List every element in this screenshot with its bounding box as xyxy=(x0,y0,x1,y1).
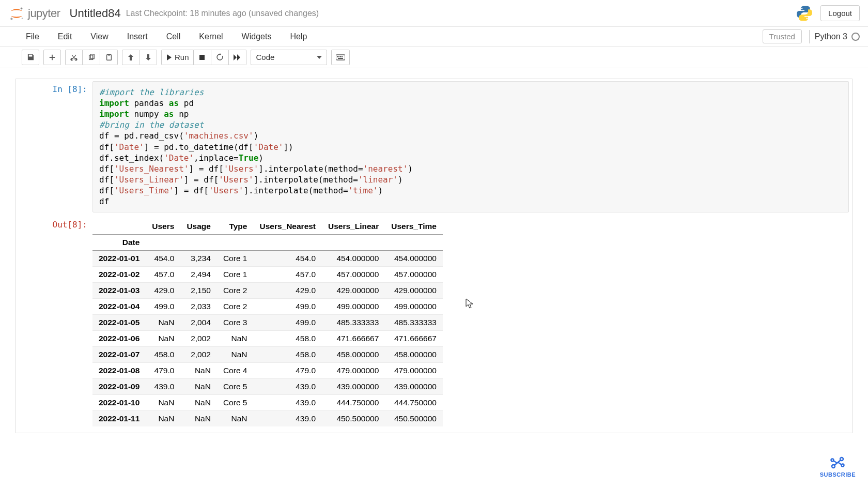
cell-value: Core 1 xyxy=(217,251,254,267)
code-input[interactable]: #import the libraries import pandas as p… xyxy=(92,81,849,212)
cell-value: 3,234 xyxy=(180,251,217,267)
row-index: 2022-01-09 xyxy=(92,379,146,395)
cell-value: NaN xyxy=(180,363,217,379)
svg-rect-10 xyxy=(336,55,345,60)
table-row: 2022-01-03429.02,150Core 2429.0429.00000… xyxy=(92,283,443,299)
table-row: 2022-01-07458.02,002NaN458.0458.00000045… xyxy=(92,347,443,363)
kernel-name[interactable]: Python 3 xyxy=(815,32,847,41)
output-prompt: Out[8]: xyxy=(16,215,92,433)
logout-button[interactable]: Logout xyxy=(820,5,860,21)
menu-kernel[interactable]: Kernel xyxy=(199,29,232,44)
cell-value: 2,004 xyxy=(180,315,217,331)
trusted-indicator[interactable]: Trusted xyxy=(763,29,802,43)
menu-help[interactable]: Help xyxy=(290,29,316,44)
cell-value: 2,150 xyxy=(180,283,217,299)
row-index: 2022-01-08 xyxy=(92,363,146,379)
cell-value: 429.000000 xyxy=(385,283,443,299)
cell-value: NaN xyxy=(180,379,217,395)
restart-run-all-button[interactable] xyxy=(229,50,246,65)
table-row: 2022-01-05NaN2,004Core 3499.0485.3333334… xyxy=(92,315,443,331)
command-palette-button[interactable] xyxy=(331,50,350,65)
svg-rect-12 xyxy=(338,56,339,57)
cell-value: 2,033 xyxy=(180,299,217,315)
jupyter-logo-text: jupyter xyxy=(28,7,60,20)
row-index: 2022-01-05 xyxy=(92,315,146,331)
row-index: 2022-01-10 xyxy=(92,395,146,411)
cut-button[interactable] xyxy=(65,50,83,65)
cell-value: 439.0 xyxy=(253,395,322,411)
cell-value: 499.000000 xyxy=(385,299,443,315)
cell-value: 429.0 xyxy=(146,283,180,299)
cell-value: 499.0 xyxy=(253,315,322,331)
cell-value: Core 2 xyxy=(217,299,254,315)
save-button[interactable] xyxy=(22,50,39,65)
cell-value: 471.666667 xyxy=(385,331,443,347)
cell-value: 2,494 xyxy=(180,267,217,283)
cell-value: 479.000000 xyxy=(385,363,443,379)
cell-value: 479.0 xyxy=(253,363,322,379)
cell-value: 454.0 xyxy=(146,251,180,267)
cell-value: 479.0 xyxy=(146,363,180,379)
cell-value: 450.500000 xyxy=(385,411,443,427)
output-area: UsersUsageTypeUsers_NearestUsers_LinearU… xyxy=(92,215,852,433)
paste-button[interactable] xyxy=(100,50,118,65)
menu-file[interactable]: File xyxy=(26,29,49,44)
cell-value: 454.000000 xyxy=(385,251,443,267)
cell-value: 499.0 xyxy=(146,299,180,315)
cell-value: 457.000000 xyxy=(385,267,443,283)
table-row: 2022-01-11NaNNaNNaN439.0450.500000450.50… xyxy=(92,411,443,427)
cell-value: 429.000000 xyxy=(322,283,385,299)
cell-value: 479.000000 xyxy=(322,363,385,379)
cell-value: 457.0 xyxy=(253,267,322,283)
menu-widgets[interactable]: Widgets xyxy=(242,29,281,44)
interrupt-button[interactable] xyxy=(194,50,211,65)
menu-cell[interactable]: Cell xyxy=(166,29,190,44)
table-row: 2022-01-01454.03,234Core 1454.0454.00000… xyxy=(92,251,443,267)
svg-rect-13 xyxy=(340,56,341,57)
cell-value: Core 5 xyxy=(217,379,254,395)
svg-rect-9 xyxy=(199,55,205,60)
cell-value: 2,002 xyxy=(180,331,217,347)
cell-value: NaN xyxy=(146,395,180,411)
col-header: Users xyxy=(146,219,180,235)
checkpoint-status: Last Checkpoint: 18 minutes ago (unsaved… xyxy=(126,9,319,18)
col-header: Users_Nearest xyxy=(253,219,322,235)
toolbar: Run CodeMarkdownRaw NBConvertHeading xyxy=(0,47,868,68)
cell-value: 471.666667 xyxy=(322,331,385,347)
svg-rect-14 xyxy=(342,56,343,57)
table-row: 2022-01-08479.0NaNCore 4479.0479.0000004… xyxy=(92,363,443,379)
cell-type-select[interactable]: CodeMarkdownRaw NBConvertHeading xyxy=(251,50,327,65)
notebook-container: In [8]: #import the libraries import pan… xyxy=(0,68,868,444)
cell-value: 454.0 xyxy=(253,251,322,267)
restart-button[interactable] xyxy=(211,50,229,65)
notebook-title[interactable]: Untitled84 xyxy=(70,7,121,20)
run-button[interactable]: Run xyxy=(161,50,194,65)
col-header: Usage xyxy=(180,219,217,235)
move-cell-up-button[interactable] xyxy=(122,50,140,65)
insert-cell-below-button[interactable] xyxy=(43,50,61,65)
svg-point-1 xyxy=(10,18,12,20)
table-row: 2022-01-06NaN2,002NaN458.0471.666667471.… xyxy=(92,331,443,347)
svg-rect-8 xyxy=(108,54,110,55)
code-cell[interactable]: In [8]: #import the libraries import pan… xyxy=(16,79,853,433)
svg-point-0 xyxy=(21,7,23,9)
cell-value: NaN xyxy=(217,331,254,347)
cell-value: 450.500000 xyxy=(322,411,385,427)
move-cell-down-button[interactable] xyxy=(140,50,157,65)
cell-value: Core 1 xyxy=(217,267,254,283)
table-row: 2022-01-10NaNNaNCore 5439.0444.750000444… xyxy=(92,395,443,411)
cell-value: 439.000000 xyxy=(385,379,443,395)
cell-value: 485.333333 xyxy=(322,315,385,331)
col-header: Users_Linear xyxy=(322,219,385,235)
menu-edit[interactable]: Edit xyxy=(58,29,82,44)
jupyter-logo[interactable]: jupyter xyxy=(8,5,60,22)
cell-value: Core 3 xyxy=(217,315,254,331)
copy-button[interactable] xyxy=(83,50,100,65)
menu-insert[interactable]: Insert xyxy=(127,29,157,44)
python-logo-icon xyxy=(796,5,813,22)
menu-view[interactable]: View xyxy=(90,29,117,44)
cell-value: 2,002 xyxy=(180,347,217,363)
cell-value: Core 4 xyxy=(217,363,254,379)
cell-value: 458.0 xyxy=(253,331,322,347)
cell-value: NaN xyxy=(146,315,180,331)
